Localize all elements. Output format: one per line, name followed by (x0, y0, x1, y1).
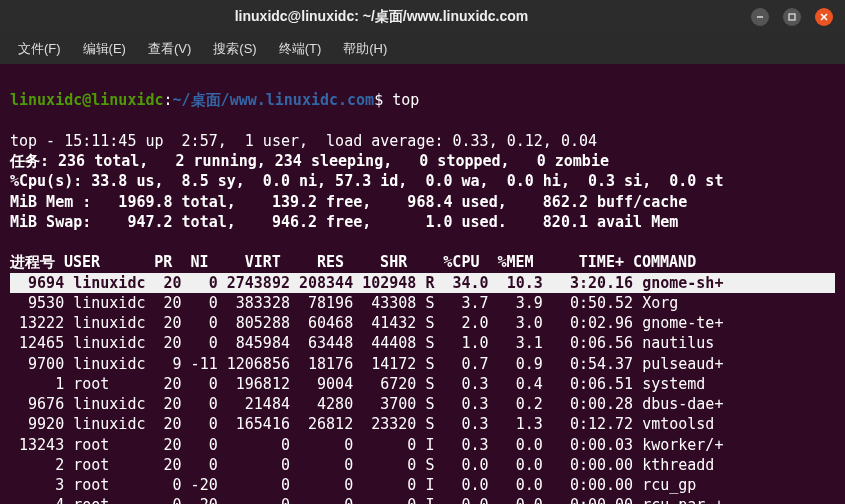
window-title: linuxidc@linuxidc: ~/桌面/www.linuxidc.com (12, 8, 751, 26)
process-row: 13222 linuxidc 20 0 805288 60468 41432 S… (10, 314, 723, 332)
process-row: 2 root 20 0 0 0 0 S 0.0 0.0 0:00.00 kthr… (10, 456, 714, 474)
menu-view[interactable]: 查看(V) (140, 36, 199, 62)
window-controls (751, 8, 833, 26)
terminal-window: linuxidc@linuxidc: ~/桌面/www.linuxidc.com… (0, 0, 845, 504)
menu-search[interactable]: 搜索(S) (205, 36, 264, 62)
col-pid: 进程号 (10, 253, 55, 271)
swap-line: MiB Swap: 947.2 total, 946.2 free, 1.0 u… (10, 213, 678, 231)
svg-rect-1 (789, 14, 795, 20)
cpu-line: %Cpu(s): 33.8 us, 8.5 sy, 0.0 ni, 57.3 i… (10, 172, 723, 190)
minimize-button[interactable] (751, 8, 769, 26)
process-row: 9530 linuxidc 20 0 383328 78196 43308 S … (10, 294, 678, 312)
process-row: 12465 linuxidc 20 0 845984 63448 44408 S… (10, 334, 714, 352)
typed-command: top (392, 91, 419, 109)
process-row: 3 root 0 -20 0 0 0 I 0.0 0.0 0:00.00 rcu… (10, 476, 696, 494)
prompt-dollar: $ (374, 91, 392, 109)
col-headers: USER PR NI VIRT RES SHR %CPU %MEM TIME+ … (55, 253, 696, 271)
process-row: 13243 root 20 0 0 0 0 I 0.3 0.0 0:00.03 … (10, 436, 723, 454)
process-row: 9920 linuxidc 20 0 165416 26812 23320 S … (10, 415, 714, 433)
process-row: 9694 linuxidc 20 0 2743892 208344 102948… (10, 273, 835, 293)
menu-terminal[interactable]: 终端(T) (271, 36, 330, 62)
terminal-content[interactable]: linuxidc@linuxidc:~/桌面/www.linuxidc.com$… (0, 64, 845, 504)
prompt-path: ~/桌面/www.linuxidc.com (173, 91, 375, 109)
process-row: 9676 linuxidc 20 0 21484 4280 3700 S 0.3… (10, 395, 723, 413)
process-row: 4 root 0 -20 0 0 0 I 0.0 0.0 0:00.00 rcu… (10, 496, 723, 504)
prompt-userhost: linuxidc@linuxidc (10, 91, 164, 109)
tasks-values: 236 total, 2 running, 234 sleeping, 0 st… (49, 152, 609, 170)
maximize-button[interactable] (783, 8, 801, 26)
prompt-colon: : (164, 91, 173, 109)
top-summary-line1: top - 15:11:45 up 2:57, 1 user, load ave… (10, 132, 597, 150)
process-row: 1 root 20 0 196812 9004 6720 S 0.3 0.4 0… (10, 375, 705, 393)
menu-help[interactable]: 帮助(H) (335, 36, 395, 62)
menu-edit[interactable]: 编辑(E) (75, 36, 134, 62)
menubar: 文件(F) 编辑(E) 查看(V) 搜索(S) 终端(T) 帮助(H) (0, 34, 845, 64)
titlebar: linuxidc@linuxidc: ~/桌面/www.linuxidc.com (0, 0, 845, 34)
tasks-label: 任务: (10, 152, 49, 170)
close-button[interactable] (815, 8, 833, 26)
mem-line: MiB Mem : 1969.8 total, 139.2 free, 968.… (10, 193, 687, 211)
menu-file[interactable]: 文件(F) (10, 36, 69, 62)
process-row: 9700 linuxidc 9 -11 1206856 18176 14172 … (10, 355, 723, 373)
